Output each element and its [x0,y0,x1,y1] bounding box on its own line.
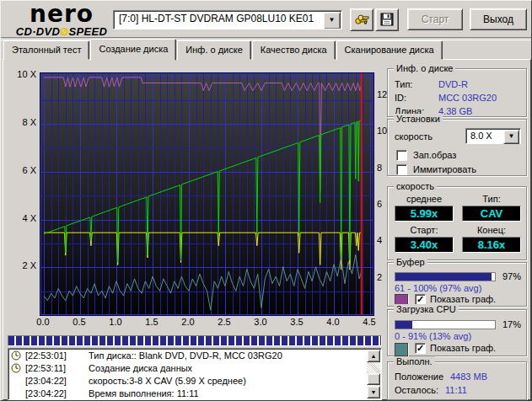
log-line: [23:04:22] Время выполнения: 11:11 [8,388,381,399]
log-line: [23:04:22] скорость:3-8 X CAV (5.99 X ср… [8,375,381,387]
buffer-progressbar [395,272,496,281]
x-axis-tick: 4.5 [359,317,379,328]
start-speed-label: Старт: [395,225,454,235]
settings-title: Установки [394,114,443,125]
left-axis-tick: 2 X [4,260,36,271]
exit-button[interactable]: Выход [470,8,527,30]
buffer-percent: 97% [502,271,521,281]
cpu-range: 0 - 91% (13% avg) [395,331,471,341]
chevron-down-icon[interactable]: ▼ [323,12,341,29]
log-time: [22:53:11] [25,362,76,374]
write-image-label: Зап.образ [413,150,456,160]
clock-icon [11,350,21,361]
progress-group: Выполн. Положение 4483 MB Осталось: 11:1… [387,361,527,400]
left-axis-tick: 4 X [4,213,36,224]
disc-info-title: Инф. о диске [394,63,455,74]
buffer-progress-fill [395,273,492,281]
x-axis-tick: 1.0 [105,317,126,328]
start-button[interactable]: Старт [407,8,463,30]
x-axis-tick: 1.5 [142,317,162,328]
cpu-show-graph-label: Показать граф. [430,343,496,353]
overall-progress-marquee [8,335,382,346]
cpu-group: Загрузка CPU 17% 0 - 91% (13% avg) ✓ Пок… [387,309,527,356]
x-axis-tick: 0.5 [69,317,89,328]
scroll-up-icon[interactable]: ▲ [367,350,380,362]
settings-group: Установки скорость 8.0 X ▼ Зап.образ Имм… [387,119,527,176]
buffer-show-graph-label: Показать граф. [430,294,496,304]
x-axis-tick: 0.0 [33,317,53,328]
x-axis-tick: 3.0 [250,317,271,328]
cpu-color-swatch [395,343,408,356]
logo-cdspeed-text: CD·DVDØSPEED [6,25,117,38]
cpu-percent: 17% [502,319,521,329]
left-axis-tick: 10 X [4,69,36,80]
simulate-label: Иммитировать [413,164,476,174]
log-line: [22:53:11] Создание диска данных [8,362,381,374]
remaining-value: 11:11 [445,385,467,395]
progress-title: Выполн. [394,356,435,367]
left-axis-tick: 8 X [4,117,36,128]
drive-select-combobox[interactable]: [7:0] HL-DT-ST DVDRAM GP08LU10 KE01 ▼ [113,10,342,29]
nero-cd-dvd-speed-window: nero CD·DVDØSPEED [7:0] HL-DT-ST DVDRAM … [0,0,532,401]
scroll-down-icon[interactable]: ▼ [367,386,380,398]
speed-type-display: CAV [462,206,521,222]
simulate-checkbox[interactable] [396,164,407,175]
tab-disc-quality[interactable]: Качество диска [252,40,336,60]
log-scrollbar[interactable]: ▲ ▼ [367,350,380,398]
tab-disc-info[interactable]: Инф. о диске [177,40,250,60]
disc-type-value: DVD-R [438,79,468,89]
nero-logo: nero CD·DVDØSPEED [6,3,117,38]
left-axis-tick: 6 X [4,165,36,176]
disc-icon: Ø [60,25,68,38]
disc-type-label: Тип: [395,79,412,89]
log-time: [22:53:01] [25,350,76,361]
cpu-progressbar [395,320,496,329]
status-log[interactable]: [22:53:01] Тип диска:: Blank DVD, DVD-R,… [8,348,382,400]
save-button[interactable] [375,8,399,31]
x-axis-tick: 3.5 [287,317,307,328]
start-speed-display: 3.40x [395,237,454,253]
x-axis-tick: 4.0 [323,317,343,328]
write-speed-chart [40,72,374,316]
speed-select-label: скорость [395,131,433,142]
options-keys-button[interactable] [350,8,373,31]
log-text: Время выполнения: 11:11 [89,388,199,398]
log-line: [22:53:01] Тип диска:: Blank DVD, DVD-R,… [8,350,381,361]
speed-readout-group: скорость среднее Тип: 5.99x CAV Старт: К… [387,186,527,260]
tab-benchmark[interactable]: Эталонный тест [3,40,89,60]
disc-info-group: Инф. о диске Тип: DVD-R ID: MCC 03RG20 Д… [387,68,527,117]
end-speed-label: Конец: [462,225,521,235]
log-text: Тип диска:: Blank DVD, DVD-R, MCC 03RG20 [89,350,282,361]
tab-create-disc[interactable]: Создание диска [90,39,176,61]
log-time: [23:04:22] [25,388,76,399]
avg-speed-label: среднее [395,194,454,204]
log-text: Создание диска данных [89,363,192,373]
position-value: 4483 MB [450,372,487,382]
log-text: скорость:3-8 X CAV (5.99 X среднее) [89,376,246,386]
save-icon [379,12,395,27]
scrollbar-thumb[interactable] [367,373,380,385]
disc-id-label: ID: [395,93,406,103]
cpu-show-graph-checkbox[interactable]: ✓ [415,343,426,354]
speed-readout-title: скорость [394,181,437,192]
toolbar: nero CD·DVDØSPEED [7:0] HL-DT-ST DVDRAM … [1,1,531,38]
drive-select-value: [7:0] HL-DT-ST DVDRAM GP08LU10 KE01 [119,13,314,24]
disc-id-value: MCC 03RG20 [438,93,497,103]
chevron-down-icon[interactable]: ▼ [503,130,519,144]
tab-scan-disc[interactable]: Сканирование диска [336,40,443,60]
speed-select-combobox[interactable]: 8.0 X ▼ [465,128,521,144]
disc-length-value: 4.38 GB [438,106,472,116]
position-label: Положение [395,372,443,382]
avg-speed-display: 5.99x [395,206,454,222]
remaining-label: Осталось: [395,385,438,395]
clock-icon [11,363,21,373]
x-axis-tick: 2.5 [214,317,234,328]
tab-bar: Эталонный тест Создание диска Инф. о дис… [3,40,443,60]
buffer-group: Буфер 97% 61 - 100% (97% avg) ✓ Показать… [387,262,527,307]
buffer-range: 61 - 100% (97% avg) [395,283,481,293]
speed-select-value: 8.0 X [470,131,492,141]
cpu-title: Загрузка CPU [394,304,459,315]
write-image-checkbox[interactable] [396,150,407,161]
speed-type-label: Тип: [462,194,521,204]
log-time: [23:04:22] [25,375,76,387]
